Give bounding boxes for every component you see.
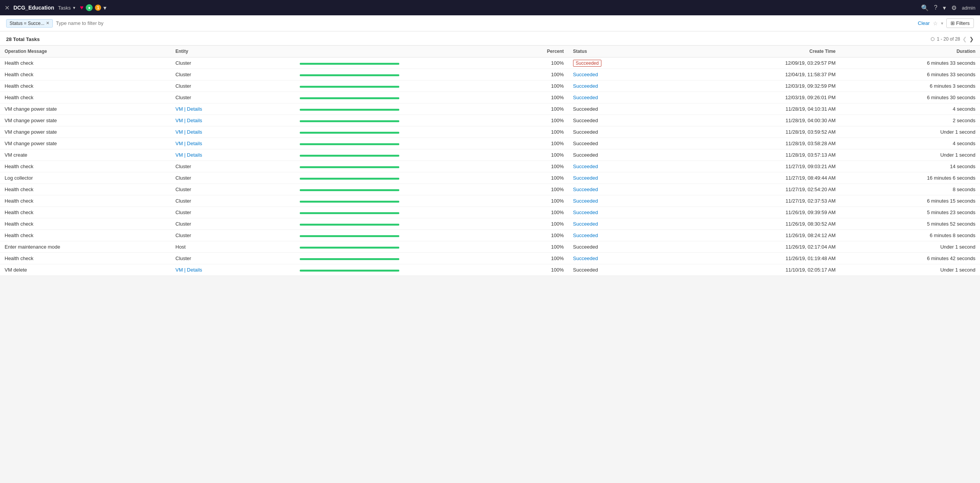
cell-status[interactable]: Succeeded: [568, 161, 670, 172]
tasks-menu[interactable]: Tasks ▼: [58, 5, 76, 11]
entity-link[interactable]: VM | Details: [175, 118, 202, 123]
table-row: Health checkCluster100%Succeeded12/09/19…: [0, 57, 980, 69]
cell-operation: Log collector: [0, 172, 171, 184]
cell-percent: 100%: [516, 207, 568, 218]
close-icon[interactable]: ✕: [5, 4, 10, 11]
cell-status[interactable]: Succeeded: [568, 207, 670, 218]
cell-status[interactable]: Succeeded: [568, 92, 670, 103]
cell-create-time: 11/27/19, 02:54:20 AM: [670, 184, 840, 195]
filter-tag-remove[interactable]: ✕: [46, 21, 49, 26]
cell-status[interactable]: Succeeded: [568, 230, 670, 241]
cell-create-time: 11/10/19, 02:05:17 AM: [670, 264, 840, 276]
progress-bar-bg: [300, 143, 399, 145]
filters-button[interactable]: ⊞ Filters: [946, 18, 974, 28]
cell-entity: Cluster: [171, 195, 295, 207]
status-text: Succeeded: [573, 267, 598, 273]
status-link[interactable]: Succeeded: [573, 187, 598, 192]
cell-entity[interactable]: VM | Details: [171, 138, 295, 149]
table-row: VM change power stateVM | Details100%Suc…: [0, 115, 980, 126]
status-link[interactable]: Succeeded: [573, 221, 598, 227]
cell-duration: 6 minutes 33 seconds: [840, 69, 980, 80]
cell-entity[interactable]: VM | Details: [171, 149, 295, 161]
table-row: VM change power stateVM | Details100%Suc…: [0, 126, 980, 138]
chevron-down-icon[interactable]: ▾: [103, 4, 106, 11]
badge-count[interactable]: 1: [95, 5, 101, 11]
cell-progress: [295, 184, 516, 195]
star-icon[interactable]: ☆: [933, 20, 938, 26]
col-header-operation: Operation Message: [0, 46, 171, 57]
progress-bar-bg: [300, 166, 399, 168]
cell-status[interactable]: Succeeded: [568, 57, 670, 69]
clear-button[interactable]: Clear: [918, 20, 930, 26]
cell-create-time: 11/28/19, 03:57:13 AM: [670, 149, 840, 161]
cell-operation: Health check: [0, 195, 171, 207]
total-bar: 28 Total Tasks ⬡ 1 - 20 of 28 ❮ ❯: [0, 31, 980, 46]
cell-progress: [295, 230, 516, 241]
cell-entity[interactable]: VM | Details: [171, 264, 295, 276]
progress-bar-bg: [300, 109, 399, 111]
cell-entity: Cluster: [171, 184, 295, 195]
entity-link[interactable]: VM | Details: [175, 141, 202, 146]
cell-status[interactable]: Succeeded: [568, 172, 670, 184]
cell-status[interactable]: Succeeded: [568, 80, 670, 92]
entity-link[interactable]: VM | Details: [175, 106, 202, 112]
cell-percent: 100%: [516, 195, 568, 207]
help-chevron-icon[interactable]: ▾: [943, 4, 946, 11]
entity-link[interactable]: VM | Details: [175, 152, 202, 158]
cell-entity: Cluster: [171, 218, 295, 230]
cell-status[interactable]: Succeeded: [568, 253, 670, 264]
settings-icon[interactable]: ⚙: [951, 4, 957, 11]
help-icon[interactable]: ?: [934, 4, 938, 11]
table-row: Health checkCluster100%Succeeded11/26/19…: [0, 218, 980, 230]
cell-status[interactable]: Succeeded: [568, 218, 670, 230]
status-link[interactable]: Succeeded: [573, 83, 598, 89]
entity-link[interactable]: VM | Details: [175, 129, 202, 135]
status-link[interactable]: Succeeded: [573, 210, 598, 215]
cell-operation: Health check: [0, 218, 171, 230]
progress-bar-fill: [300, 143, 399, 145]
status-link[interactable]: Succeeded: [573, 175, 598, 181]
cell-entity[interactable]: VM | Details: [171, 126, 295, 138]
cell-status[interactable]: Succeeded: [568, 195, 670, 207]
progress-bar-fill: [300, 247, 399, 249]
status-link[interactable]: Succeeded: [573, 164, 598, 169]
cell-duration: 16 minutes 6 seconds: [840, 172, 980, 184]
cell-status[interactable]: Succeeded: [568, 184, 670, 195]
prev-page-button[interactable]: ❮: [962, 36, 967, 42]
cell-status[interactable]: Succeeded: [568, 69, 670, 80]
table-row: VM change power stateVM | Details100%Suc…: [0, 138, 980, 149]
cell-duration: 6 minutes 15 seconds: [840, 195, 980, 207]
green-circle-icon[interactable]: ●: [86, 4, 93, 11]
search-icon[interactable]: 🔍: [921, 4, 929, 11]
cell-create-time: 11/26/19, 08:30:52 AM: [670, 218, 840, 230]
status-link[interactable]: Succeeded: [573, 95, 598, 100]
status-text: Succeeded: [573, 244, 598, 250]
filter-input[interactable]: [56, 20, 915, 26]
cell-create-time: 11/28/19, 03:59:52 AM: [670, 126, 840, 138]
status-link[interactable]: Succeeded: [573, 198, 598, 204]
cell-operation: Health check: [0, 80, 171, 92]
cell-entity[interactable]: VM | Details: [171, 115, 295, 126]
status-link[interactable]: Succeeded: [573, 72, 598, 77]
filter-actions: Clear ☆ ▾ ⊞ Filters: [918, 18, 974, 28]
heart-icon[interactable]: ♥: [80, 4, 84, 11]
next-page-button[interactable]: ❯: [969, 36, 974, 42]
col-header-entity: Entity: [171, 46, 295, 57]
cell-create-time: 11/26/19, 02:17:04 AM: [670, 241, 840, 253]
admin-label[interactable]: admin: [962, 5, 975, 11]
entity-link[interactable]: VM | Details: [175, 267, 202, 273]
cell-percent: 100%: [516, 218, 568, 230]
status-badge[interactable]: Succeeded: [573, 60, 601, 67]
cell-percent: 100%: [516, 184, 568, 195]
status-link[interactable]: Succeeded: [573, 232, 598, 238]
export-icon[interactable]: ⬡: [931, 36, 934, 42]
filter-dropdown-icon[interactable]: ▾: [941, 21, 943, 26]
cell-entity: Cluster: [171, 80, 295, 92]
cell-progress: [295, 161, 516, 172]
cell-percent: 100%: [516, 80, 568, 92]
status-link[interactable]: Succeeded: [573, 255, 598, 261]
cell-percent: 100%: [516, 149, 568, 161]
progress-bar-bg: [300, 74, 399, 76]
cell-entity[interactable]: VM | Details: [171, 103, 295, 115]
progress-bar-bg: [300, 132, 399, 134]
